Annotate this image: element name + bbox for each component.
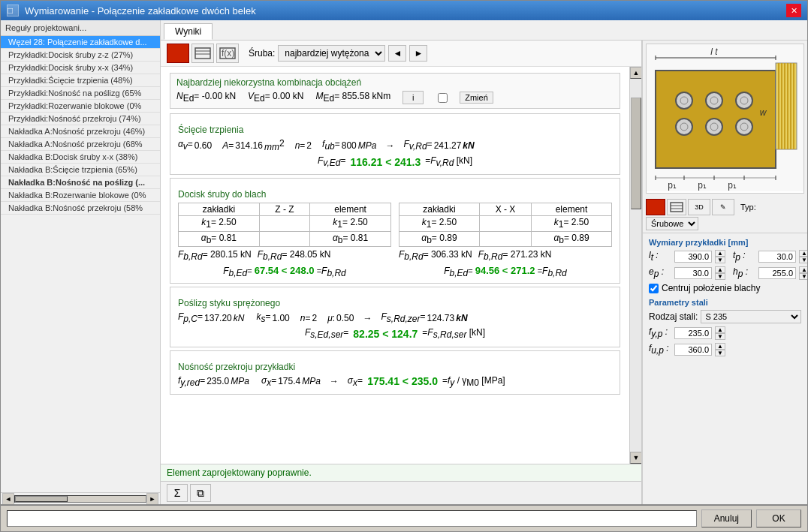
scroll-left-arrow[interactable]: ◄ — [2, 493, 14, 505]
lt-input[interactable]: 390.0 — [674, 251, 712, 263]
tab-wyniki[interactable]: Wyniki — [164, 23, 213, 40]
ep-input[interactable]: 30.0 — [674, 267, 712, 279]
formula-scrollbar: ▲ ▼ — [629, 67, 641, 464]
sidebar-item-12[interactable]: Nakładka B:Rozerwanie blokowe (0% — [1, 189, 160, 202]
svg-text:f(x): f(x) — [222, 48, 234, 59]
parametry-title: Parametry stali — [649, 298, 801, 307]
toolbar-btn-2[interactable] — [191, 44, 214, 63]
hp-down[interactable]: ▼ — [799, 273, 807, 280]
copy-button[interactable]: ⧉ — [190, 484, 211, 502]
hp-input[interactable]: 255.0 — [758, 267, 796, 279]
status-text: Element zaprojektowany poprawnie. — [167, 467, 312, 478]
FvRd-val: 241.27 — [434, 140, 462, 151]
hp-up[interactable]: ▲ — [799, 266, 807, 273]
type-select[interactable]: Śrubowe — [646, 217, 698, 230]
combo-title: Najbardziej niekorzystna kombinacja obci… — [176, 77, 614, 88]
tp-up[interactable]: ▲ — [799, 250, 807, 257]
diag-red-btn[interactable] — [646, 199, 665, 215]
next-btn[interactable]: ► — [409, 45, 427, 62]
close-button[interactable]: ✕ — [786, 4, 801, 17]
docisk-zz: zakładki Z - Z element k1= 2.50 k — [178, 203, 391, 278]
tab-bar: Wyniki — [161, 20, 807, 41]
mu-label: μ: — [327, 313, 335, 323]
zmien-button[interactable]: Zmień — [460, 92, 493, 104]
sum-button[interactable]: Σ — [167, 484, 188, 502]
sidebar-item-6[interactable]: Przykładki:Nośność przekroju (74%) — [1, 113, 160, 125]
k1-el-xx: k1= 2.50 — [532, 216, 612, 231]
main-content: Reguły projektowani... Węzeł 28: Połącze… — [1, 20, 807, 504]
sidebar-item-7[interactable]: Nakładka A:Nośność przekroju (46%) — [1, 125, 160, 138]
toolbar-btn-3[interactable]: f(x) — [216, 44, 239, 63]
lt-label: lt : — [649, 250, 671, 263]
sidebar-item-0[interactable]: Węzeł 28: Połączenie zakładkowe d... — [1, 36, 160, 49]
sruba-select[interactable]: najbardziej wytężona — [278, 45, 385, 62]
footer-input[interactable] — [7, 510, 697, 527]
fyp-label: fy,p : — [649, 326, 671, 339]
fyp-up[interactable]: ▲ — [715, 326, 725, 333]
scroll-thumb — [631, 98, 641, 209]
formula-scroll[interactable]: Najbardziej niekorzystna kombinacja obci… — [161, 67, 629, 464]
nosnosc-title: Nośność przekroju przykładki — [178, 362, 612, 372]
sciecie-line1: αv= 0.60 A= 314.16 mm2 n= 2 fub= 800 M — [178, 138, 612, 152]
sidebar-item-11[interactable]: Nakładka B:Nośność na poślizg (... — [1, 176, 160, 189]
sidebar-item-13[interactable]: Nakładka B:Nośność przekroju (58% — [1, 202, 160, 215]
fyp-down[interactable]: ▼ — [715, 333, 725, 340]
sidebar-item-10[interactable]: Nakładka B:Ścięcie trzpienia (65%) — [1, 164, 160, 176]
svg-point-14 — [676, 92, 692, 109]
tp-spinner: ▲ ▼ — [799, 250, 807, 263]
sidebar-scroll[interactable]: Węzeł 28: Połączenie zakładkowe d... Prz… — [1, 36, 160, 492]
diag-btn-3[interactable]: 3D — [688, 199, 710, 215]
tp-input[interactable]: 30.0 — [758, 251, 796, 263]
scrollbar-h[interactable] — [14, 495, 146, 503]
svg-text:p₁: p₁ — [698, 180, 707, 191]
lt-down[interactable]: ▼ — [715, 257, 725, 263]
scroll-track[interactable] — [630, 79, 641, 452]
sidebar-item-9[interactable]: Nakładka B:Docisk śruby x-x (38%) — [1, 151, 160, 164]
col-element-xx: element — [532, 203, 612, 216]
col-xx: X - X — [479, 203, 531, 216]
fup-up[interactable]: ▲ — [715, 343, 725, 350]
sidebar-item-8[interactable]: Nakładka A:Nośność przekroju (68% — [1, 138, 160, 151]
toolbar-red-btn[interactable] — [167, 44, 189, 63]
zmien-checkbox[interactable] — [438, 93, 448, 103]
ok-button[interactable]: OK — [756, 509, 801, 527]
sidebar-item-2[interactable]: Przykładki:Docisk śruby x-x (34%) — [1, 62, 160, 74]
fbrd-el-zz: Fb,Rd= 248.05 kN — [258, 249, 331, 262]
sidebar-item-1[interactable]: Przykładki:Docisk śruby z-z (27%) — [1, 49, 160, 62]
ep-down[interactable]: ▼ — [715, 273, 725, 280]
scroll-up-arrow[interactable]: ▲ — [630, 67, 641, 79]
params-section: Wymiary przykładki [mm] lt : 390.0 ▲ ▼ t… — [643, 233, 807, 504]
nosnosc-line1: fy,red= 235.0 MPa σx= 175.4 MPa → σx= 17… — [178, 375, 612, 388]
fup-down[interactable]: ▼ — [715, 350, 725, 356]
hp-spinner: ▲ ▼ — [799, 266, 807, 280]
anuluj-button[interactable]: Anuluj — [701, 509, 752, 527]
sidebar-item-5[interactable]: Przykładki:Rozerwanie blokowe (0% — [1, 100, 160, 113]
centruj-checkbox[interactable] — [649, 284, 659, 293]
scroll-right-arrow[interactable]: ► — [146, 493, 158, 505]
fyred-unit: MPa — [231, 376, 249, 386]
info-button[interactable]: i — [402, 91, 424, 104]
diag-btn-2[interactable] — [667, 199, 686, 215]
rodzaj-select[interactable]: S 235 — [701, 310, 801, 323]
scroll-down-arrow[interactable]: ▼ — [630, 452, 641, 464]
title-bar-left: □ Wymiarowanie - Połączenie zakładkowe d… — [7, 5, 256, 17]
fub-unit: MPa — [358, 140, 377, 151]
FsEdzer-val: 82.25 < 124.7 — [353, 328, 418, 340]
fup-input[interactable]: 360.0 — [674, 344, 712, 356]
title-bar: □ Wymiarowanie - Połączenie zakładkowe d… — [1, 1, 807, 20]
prev-btn[interactable]: ◄ — [388, 45, 406, 62]
fub-label: fub= — [322, 139, 340, 152]
sidebar-item-3[interactable]: Przykładki:Ścięcie trzpienia (48%) — [1, 74, 160, 87]
FvRd-label: Fv,Rd= — [403, 139, 432, 152]
lt-up[interactable]: ▲ — [715, 250, 725, 257]
diag-btn-4[interactable]: ✎ — [712, 199, 734, 215]
svg-point-17 — [676, 119, 692, 135]
sidebar-item-4[interactable]: Przykładki:Nośność na poślizg (65% — [1, 87, 160, 100]
docisk-xx-fbrd: Fb,Rd= 306.33 kN Fb,Rd= 271.23 kN — [399, 249, 612, 262]
docisk-zz-fbed: Fb,Ed= 67.54 < 248.0 =Fb,Rd — [178, 265, 391, 278]
fyp-input[interactable]: 235.0 — [674, 327, 712, 339]
FvEd-suffix: =Fv,Rd [kN] — [425, 155, 472, 168]
ep-up[interactable]: ▲ — [715, 266, 725, 273]
tp-down[interactable]: ▼ — [799, 257, 807, 263]
poslizg-line2: Fs,Ed,ser= 82.25 < 124.7 =Fs,Rd,ser [kN] — [178, 327, 612, 340]
